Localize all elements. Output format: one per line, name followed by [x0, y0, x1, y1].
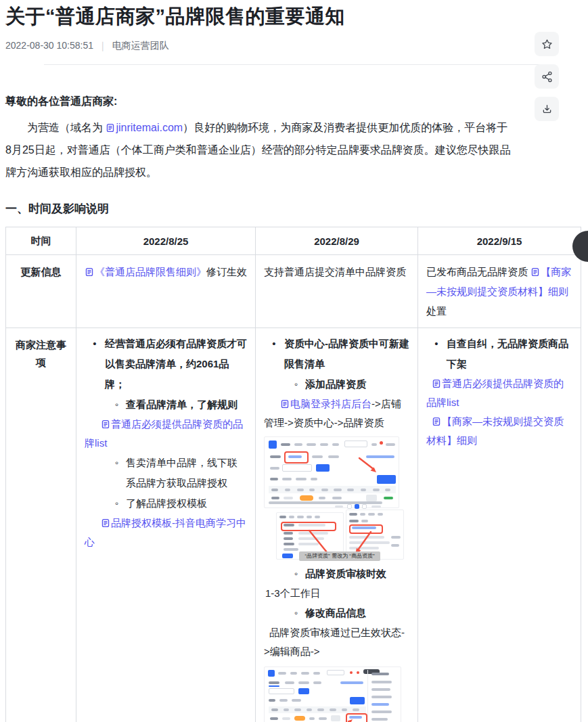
- notice-page: 关于“普通店商家”品牌限售的重要通知 2022-08-30 10:58:51｜电…: [0, 0, 588, 722]
- meta-separator: ｜: [98, 40, 108, 51]
- col-header-time: 时间: [6, 227, 76, 255]
- page-title: 关于“普通店商家”品牌限售的重要通知: [5, 0, 588, 29]
- share-button[interactable]: [535, 64, 559, 89]
- notes-cell-0829: •资质中心-品牌资质中可新建限售清单 ◦添加品牌资质 电脑登录抖店后台->店铺管…: [256, 328, 418, 722]
- brand-list-link[interactable]: 普通店必须提供品牌资质的品牌list: [85, 418, 243, 449]
- favorite-button[interactable]: [535, 32, 559, 56]
- intro-paragraph: 为营造（域名为 jinritemai.com）良好的购物环境，为商家及消费者提供…: [5, 116, 512, 183]
- merchant-notes-row: 商家注意事项 •经营普通店必须有品牌资质才可以售卖品牌清单，约2061品牌； ◦…: [6, 328, 581, 722]
- share-icon: [541, 70, 553, 83]
- download-button[interactable]: [535, 97, 559, 121]
- update-cell-0825: 《普通店品牌限售细则》修订生效: [76, 255, 256, 328]
- salutation: 尊敬的各位普通店商家:: [5, 95, 588, 109]
- download-icon: [541, 103, 553, 116]
- section-heading: 一、时间及影响说明: [5, 201, 588, 217]
- auth-template-link[interactable]: 品牌授权模板-抖音电商学习中心: [85, 517, 246, 547]
- col-header-0829: 2022/8/29: [256, 227, 418, 255]
- penalty-rule-link[interactable]: 【商家—未按规则提交资质材料】细则: [426, 415, 564, 446]
- col-header-0825: 2022/8/25: [76, 227, 256, 255]
- notes-cell-0825: •经营普通店必须有品牌资质才可以售卖品牌清单，约2061品牌； ◦查看品牌清单，…: [76, 328, 256, 722]
- row-label-update: 更新信息: [6, 255, 76, 328]
- red-arrow: [357, 456, 381, 475]
- article-meta: 2022-08-30 10:58:51｜电商运营团队: [5, 40, 588, 52]
- update-info-row: 更新信息 《普通店品牌限售细则》修订生效 支持普通店提交清单中品牌资质 已发布商…: [6, 255, 581, 328]
- header-divider: [44, 64, 549, 65]
- domain-link[interactable]: jinritemai.com: [106, 122, 183, 133]
- notes-cell-0915: •自查自纠，无品牌资质商品下架 普通店必须提供品牌资质的品牌list 【商家—未…: [418, 328, 581, 722]
- doc-link-icon: [85, 267, 94, 277]
- doc-link-icon: [101, 518, 110, 528]
- star-icon: [541, 38, 553, 51]
- row-label-notes: 商家注意事项: [6, 328, 76, 722]
- screenshot-caption: “品牌资质” 需改为 “商品资质”: [299, 551, 380, 561]
- update-cell-0915: 已发布商品无品牌资质 【商家—未按规则提交资质材料】细则处置: [418, 255, 581, 328]
- screenshot-brand-vs-product-qualification: “品牌资质” 需改为 “商品资质”: [276, 510, 405, 564]
- red-arrow: [335, 716, 354, 722]
- screenshot-qualification-center: [264, 436, 399, 508]
- table-header-row: 时间 2022/8/25 2022/8/29 2022/9/15: [6, 227, 581, 255]
- doc-link-icon: [280, 399, 290, 409]
- update-cell-0829: 支持普通店提交清单中品牌资质: [256, 255, 418, 328]
- rule-detail-link[interactable]: 《普通店品牌限售细则》: [85, 266, 206, 277]
- doc-link-icon: [101, 420, 110, 429]
- author-team: 电商运营团队: [112, 40, 169, 51]
- backend-login-link[interactable]: 电脑登录抖店后台: [280, 398, 371, 409]
- publish-datetime: 2022-08-30 10:58:51: [5, 40, 93, 51]
- doc-link-icon: [106, 123, 115, 133]
- doc-link-icon: [530, 267, 540, 277]
- schedule-table: 时间 2022/8/25 2022/8/29 2022/9/15 更新信息 《普…: [5, 227, 581, 722]
- col-header-0915: 2022/9/15: [418, 227, 581, 255]
- doc-link-icon: [432, 379, 441, 388]
- brand-list-link[interactable]: 普通店必须提供品牌资质的品牌list: [426, 378, 564, 408]
- doc-link-icon: [432, 417, 441, 426]
- screenshot-edit-product: [264, 667, 403, 722]
